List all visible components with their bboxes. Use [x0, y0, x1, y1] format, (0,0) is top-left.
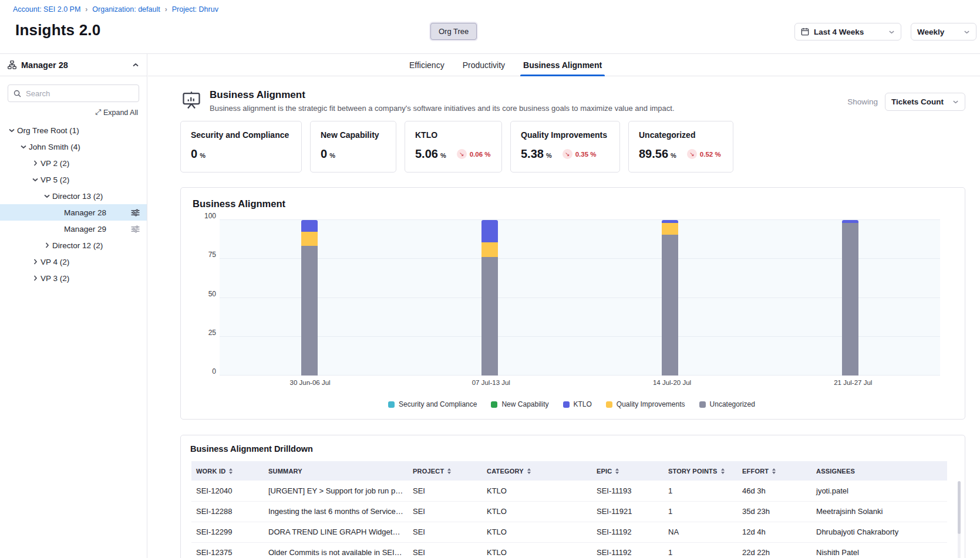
sort-icon[interactable]: [229, 468, 233, 474]
sort-icon[interactable]: [615, 468, 619, 474]
trend-down-icon: ↘: [687, 149, 697, 159]
tree-item-director-13-2[interactable]: Director 13 (2): [0, 188, 147, 204]
bar-slot-21-jul-27-jul[interactable]: [760, 220, 940, 376]
cell-summary: Older Commits is not available in SEI - …: [264, 542, 408, 558]
tree-item-label: Manager 29: [64, 225, 106, 234]
sort-icon[interactable]: [772, 468, 776, 474]
tab-productivity[interactable]: Productivity: [462, 54, 506, 76]
tree-item-org-tree-root-1[interactable]: Org Tree Root (1): [0, 122, 147, 138]
kpi-delta-value: 0.52 %: [700, 151, 721, 158]
chevron-right-icon[interactable]: [29, 275, 41, 282]
tree-item-vp-3-2[interactable]: VP 3 (2): [0, 270, 147, 286]
legend-label: Uncategorized: [710, 400, 755, 408]
table-row-sei-12375[interactable]: SEI-12375Older Commits is not available …: [191, 542, 947, 558]
bar-slot-30-jun-06-jul[interactable]: [220, 220, 400, 376]
tab-efficiency[interactable]: Efficiency: [408, 54, 446, 76]
cell-effort: 35d 23h: [737, 501, 811, 522]
tree-item-vp-2-2[interactable]: VP 2 (2): [0, 155, 147, 171]
legend-item-new-capability[interactable]: New Capability: [491, 400, 548, 408]
expand-icon: ⤢: [95, 108, 101, 117]
column-header-effort[interactable]: EFFORT: [737, 461, 811, 481]
kpi-value-row: 0%: [321, 147, 386, 161]
tree-item-label: Org Tree Root (1): [17, 126, 79, 135]
breadcrumb-project[interactable]: Project: Dhruv: [172, 5, 218, 13]
sliders-icon[interactable]: [131, 225, 140, 233]
tree-item-manager-28[interactable]: Manager 28: [0, 204, 147, 221]
tree-item-john-smith-4[interactable]: John Smith (4): [0, 138, 147, 155]
chevron-right-icon[interactable]: [41, 242, 52, 249]
cell-category: KTLO: [482, 522, 592, 542]
breadcrumb-account[interactable]: Account: SEI 2.0 PM: [13, 5, 80, 13]
bar-slot-07-jul-13-jul[interactable]: [400, 220, 580, 376]
table-row-sei-12299[interactable]: SEI-12299DORA TREND LINE GRAPH Widgets i…: [191, 522, 947, 542]
column-header-work-id[interactable]: WORK ID: [191, 461, 264, 481]
cell-effort: 22d 22h: [737, 542, 811, 558]
column-label: PROJECT: [413, 468, 444, 475]
showing-select[interactable]: Tickets Count: [885, 93, 965, 111]
chevron-up-icon[interactable]: [132, 62, 139, 69]
kpi-card-row: Security and Compliance0%New Capability0…: [180, 121, 965, 173]
sort-icon[interactable]: [527, 468, 531, 474]
breadcrumb-organization[interactable]: Organization: default: [92, 5, 160, 13]
legend-item-security-and-compliance[interactable]: Security and Compliance: [388, 400, 477, 408]
content: Business Alignment Business alignment is…: [148, 76, 980, 558]
chevron-down-icon[interactable]: [29, 176, 41, 183]
kpi-value-row: 0%: [191, 147, 291, 161]
tree-item-director-12-2[interactable]: Director 12 (2): [0, 237, 147, 253]
column-header-project[interactable]: PROJECT: [408, 461, 482, 481]
chevron-down-icon: [964, 29, 970, 35]
cell-effort: 12d 4h: [737, 522, 811, 542]
chart-area: 0255075100: [193, 220, 951, 376]
granularity-select[interactable]: Weekly: [911, 23, 976, 40]
legend-item-uncategorized[interactable]: Uncategorized: [699, 400, 755, 408]
legend-item-quality-improvements[interactable]: Quality Improvements: [606, 400, 685, 408]
granularity-value: Weekly: [917, 28, 944, 36]
column-header-epic[interactable]: EPIC: [592, 461, 664, 481]
column-label: SUMMARY: [268, 468, 302, 475]
sliders-icon[interactable]: [131, 209, 140, 217]
search-input[interactable]: [26, 89, 133, 98]
column-label: CATEGORY: [487, 468, 524, 475]
column-header-category[interactable]: CATEGORY: [482, 461, 592, 481]
stacked-bar: [301, 220, 318, 376]
tab-bar: EfficiencyProductivityBusiness Alignment: [148, 54, 980, 76]
breadcrumb-separator-icon: ›: [85, 5, 87, 13]
sort-icon[interactable]: [447, 468, 451, 474]
sidebar-header[interactable]: Manager 28: [0, 54, 147, 76]
table-scrollbar[interactable]: [958, 481, 961, 558]
cell-work_id: SEI-12375: [191, 542, 264, 558]
tree-item-vp-4-2[interactable]: VP 4 (2): [0, 253, 147, 270]
table-row-sei-12288[interactable]: SEI-12288Ingesting the last 6 months of …: [191, 501, 947, 522]
org-tree-button[interactable]: Org Tree: [430, 23, 477, 40]
sort-icon[interactable]: [721, 468, 725, 474]
column-header-story-points[interactable]: STORY POINTS: [664, 461, 737, 481]
org-tree: Org Tree Root (1)John Smith (4)VP 2 (2)V…: [0, 122, 147, 286]
tab-business-alignment[interactable]: Business Alignment: [522, 54, 603, 76]
drilldown-title: Business Alignment Drilldown: [190, 444, 954, 454]
kpi-value: 89.56: [639, 147, 668, 161]
tree-item-manager-29[interactable]: Manager 29: [0, 221, 147, 237]
tree-item-label: Manager 28: [64, 208, 106, 217]
bar-segment-ktlo: [662, 220, 678, 223]
expand-all-button[interactable]: ⤢ Expand All: [0, 108, 138, 117]
chevron-right-icon[interactable]: [29, 160, 41, 167]
legend-item-ktlo[interactable]: KTLO: [563, 400, 592, 408]
cell-project: SEI: [408, 542, 482, 558]
bar-slot-14-jul-20-jul[interactable]: [580, 220, 760, 376]
chart-title: Business Alignment: [193, 198, 951, 209]
table-row-sei-12040[interactable]: SEI-12040[URGENT] EY > Support for job r…: [191, 481, 947, 501]
tree-item-vp-5-2[interactable]: VP 5 (2): [0, 171, 147, 188]
kpi-value: 0: [191, 147, 197, 161]
sidebar-search[interactable]: [8, 84, 139, 102]
kpi-unit: %: [671, 152, 676, 159]
cell-category: KTLO: [482, 501, 592, 522]
chevron-down-icon[interactable]: [18, 143, 29, 150]
y-axis-tick: 50: [208, 290, 216, 298]
page-title: Insights 2.0: [15, 21, 100, 39]
chevron-down-icon: [888, 29, 895, 35]
chevron-down-icon[interactable]: [41, 192, 52, 199]
chevron-right-icon[interactable]: [29, 258, 41, 265]
chevron-down-icon[interactable]: [6, 127, 17, 134]
bar-segment-quality-improvements: [301, 232, 318, 246]
date-range-select[interactable]: Last 4 Weeks: [794, 23, 901, 40]
